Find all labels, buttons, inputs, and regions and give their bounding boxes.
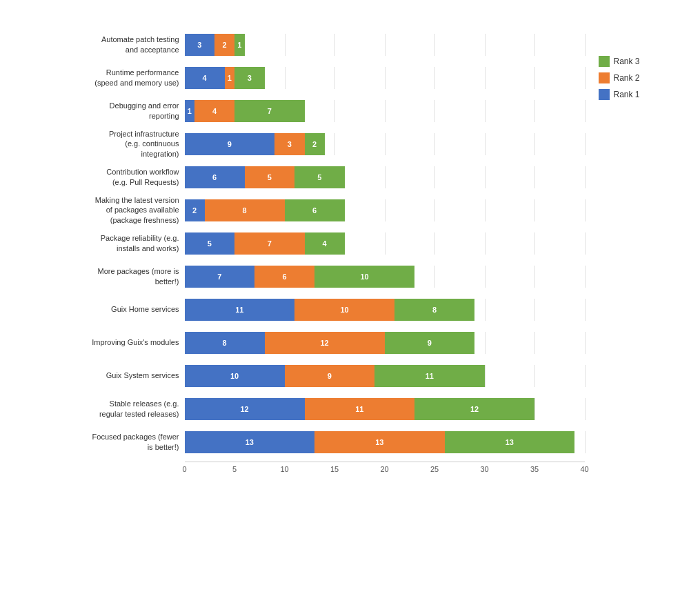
- legend-item-rank2: Rank 2: [599, 72, 674, 83]
- rank2-seg: 7: [234, 232, 305, 255]
- rank1-seg: 9: [185, 133, 275, 155]
- rank2-seg: 4: [194, 100, 234, 122]
- bar-row: More packages (more isbetter!)7610: [26, 260, 585, 293]
- row-label: Guix System services: [26, 370, 185, 380]
- rank1-seg: 1: [185, 100, 195, 122]
- bar-track: 11108: [185, 299, 585, 321]
- bar-track: 321: [185, 34, 585, 56]
- rank2-seg: 5: [245, 166, 295, 188]
- bar-track: 8129: [185, 332, 585, 354]
- row-label: Stable releases (e.g.regular tested rele…: [26, 399, 185, 419]
- bar-row: Package reliability (e.g.installs and wo…: [26, 227, 585, 260]
- x-tick: 10: [280, 465, 288, 473]
- rank1-seg: 3: [185, 34, 215, 56]
- x-tick: 40: [580, 465, 588, 473]
- rank2-seg: 6: [254, 266, 314, 288]
- rank2-seg: 3: [274, 133, 305, 155]
- rank1-seg: 5: [185, 232, 235, 255]
- bar-track: 7610: [185, 266, 585, 288]
- rank1-seg: 12: [185, 398, 305, 420]
- bar-row: Stable releases (e.g.regular tested rele…: [26, 393, 585, 426]
- bars-wrapper: Automate patch testingand acceptance321R…: [26, 28, 585, 459]
- bar-row: Runtime performance(speed and memory use…: [26, 61, 585, 95]
- rank1-seg: 8: [185, 332, 265, 354]
- rank3-seg: 8: [394, 299, 474, 321]
- legend-item-rank3: Rank 3: [599, 56, 674, 67]
- bar-row: Improving Guix's modules8129: [26, 326, 585, 359]
- rank2-seg: 13: [314, 431, 445, 453]
- bar-row: Focused packages (feweris better!)131313: [26, 426, 585, 459]
- bar-row: Automate patch testingand acceptance321: [26, 28, 585, 61]
- bar-track: 413: [185, 67, 585, 89]
- x-tick: 5: [232, 465, 237, 473]
- row-label: Focused packages (feweris better!): [26, 432, 185, 452]
- x-axis: 0510152025303540: [185, 462, 585, 553]
- row-label: Guix Home services: [26, 304, 185, 314]
- rank1-seg: 11: [185, 299, 295, 321]
- bar-track: 655: [185, 166, 585, 188]
- rank3-seg: 13: [445, 431, 575, 453]
- rank3-seg: 2: [305, 133, 325, 155]
- legend-swatch-rank3: [599, 56, 610, 67]
- legend-label-rank1: Rank 1: [614, 90, 640, 99]
- rank2-seg: 8: [205, 199, 285, 221]
- rank3-seg: 4: [305, 232, 345, 255]
- rank2-seg: 11: [305, 398, 415, 420]
- rank1-seg: 10: [185, 365, 285, 387]
- rank2-seg: 9: [285, 365, 375, 387]
- row-label: Runtime performance(speed and memory use…: [26, 68, 185, 88]
- bar-row: Making the latest versionof packages ava…: [26, 194, 585, 227]
- rank2-seg: 2: [214, 34, 234, 56]
- rank3-seg: 7: [234, 100, 305, 122]
- bar-track: 574: [185, 232, 585, 255]
- legend-label-rank3: Rank 3: [614, 57, 640, 66]
- rank2-seg: 10: [294, 299, 394, 321]
- bar-row: Guix System services10911: [26, 359, 585, 393]
- legend: Rank 3 Rank 2 Rank 1: [599, 56, 674, 553]
- x-tick: 15: [330, 465, 339, 473]
- bar-row: Project infrastructure(e.g. continuousin…: [26, 128, 585, 161]
- bar-track: 10911: [185, 365, 585, 387]
- legend-label-rank2: Rank 2: [614, 73, 640, 83]
- row-label: Contribution workflow(e.g. Pull Requests…: [26, 167, 185, 187]
- rank3-seg: 11: [374, 365, 485, 387]
- row-label: Debugging and errorreporting: [26, 101, 185, 121]
- bar-track: 121112: [185, 398, 585, 420]
- rank3-seg: 6: [285, 199, 345, 221]
- bar-row: Guix Home services11108: [26, 293, 585, 326]
- legend-swatch-rank2: [599, 72, 610, 83]
- x-tick: 0: [182, 465, 186, 473]
- rank3-seg: 5: [294, 166, 345, 188]
- row-label: Improving Guix's modules: [26, 337, 185, 347]
- rank3-seg: 3: [234, 67, 265, 89]
- bar-row: Contribution workflow(e.g. Pull Requests…: [26, 161, 585, 194]
- rank3-seg: 1: [234, 34, 245, 56]
- rank3-seg: 10: [314, 266, 414, 288]
- legend-swatch-rank1: [599, 89, 610, 100]
- rank2-seg: 12: [265, 332, 385, 354]
- rank1-seg: 6: [185, 166, 245, 188]
- bar-track: 147: [185, 100, 585, 122]
- bar-row: Debugging and errorreporting147: [26, 95, 585, 128]
- rank3-seg: 12: [414, 398, 534, 420]
- rank1-seg: 13: [185, 431, 315, 453]
- x-tick: 20: [380, 465, 388, 473]
- x-tick: 25: [430, 465, 439, 473]
- x-tick: 35: [530, 465, 539, 473]
- rank1-seg: 7: [185, 266, 255, 288]
- rank1-seg: 2: [185, 199, 205, 221]
- bar-track: 932: [185, 133, 585, 155]
- row-label: Automate patch testingand acceptance: [26, 34, 185, 55]
- rank1-seg: 4: [185, 67, 225, 89]
- row-label: More packages (more isbetter!): [26, 266, 185, 286]
- bar-track: 131313: [185, 431, 585, 453]
- rank3-seg: 9: [385, 332, 475, 354]
- row-label: Project infrastructure(e.g. continuousin…: [26, 129, 185, 159]
- legend-item-rank1: Rank 1: [599, 89, 674, 100]
- row-label: Making the latest versionof packages ava…: [26, 195, 185, 225]
- x-tick: 30: [480, 465, 488, 473]
- bar-track: 286: [185, 199, 585, 221]
- row-label: Package reliability (e.g.installs and wo…: [26, 233, 185, 253]
- chart-container: Automate patch testingand acceptance321R…: [19, 14, 681, 580]
- rank2-seg: 1: [225, 67, 235, 89]
